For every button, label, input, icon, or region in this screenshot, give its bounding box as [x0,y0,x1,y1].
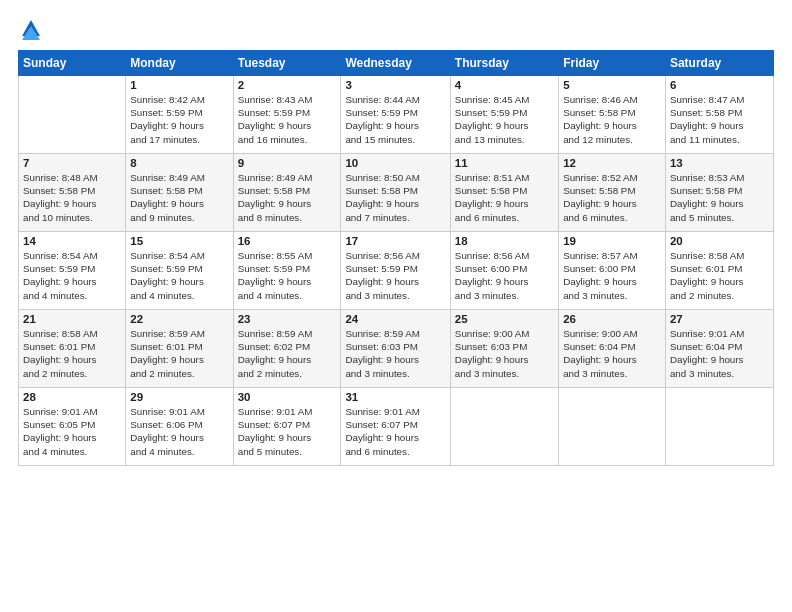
day-number: 7 [23,157,121,169]
week-row-4: 28Sunrise: 9:01 AM Sunset: 6:05 PM Dayli… [19,388,774,466]
day-number: 28 [23,391,121,403]
day-number: 12 [563,157,661,169]
day-info: Sunrise: 8:52 AM Sunset: 5:58 PM Dayligh… [563,171,661,224]
page: SundayMondayTuesdayWednesdayThursdayFrid… [0,0,792,612]
day-cell-1: 1Sunrise: 8:42 AM Sunset: 5:59 PM Daylig… [126,76,233,154]
logo-icon [20,18,42,46]
day-cell-14: 14Sunrise: 8:54 AM Sunset: 5:59 PM Dayli… [19,232,126,310]
day-number: 3 [345,79,445,91]
day-number: 29 [130,391,228,403]
day-number: 6 [670,79,769,91]
day-cell-2: 2Sunrise: 8:43 AM Sunset: 5:59 PM Daylig… [233,76,341,154]
day-number: 5 [563,79,661,91]
logo [18,18,42,42]
empty-cell [559,388,666,466]
day-number: 22 [130,313,228,325]
day-cell-18: 18Sunrise: 8:56 AM Sunset: 6:00 PM Dayli… [450,232,558,310]
day-number: 17 [345,235,445,247]
weekday-header-row: SundayMondayTuesdayWednesdayThursdayFrid… [19,51,774,76]
day-number: 1 [130,79,228,91]
day-number: 16 [238,235,337,247]
day-cell-30: 30Sunrise: 9:01 AM Sunset: 6:07 PM Dayli… [233,388,341,466]
week-row-0: 1Sunrise: 8:42 AM Sunset: 5:59 PM Daylig… [19,76,774,154]
empty-cell [19,76,126,154]
day-info: Sunrise: 8:44 AM Sunset: 5:59 PM Dayligh… [345,93,445,146]
day-info: Sunrise: 8:51 AM Sunset: 5:58 PM Dayligh… [455,171,554,224]
day-info: Sunrise: 8:58 AM Sunset: 6:01 PM Dayligh… [670,249,769,302]
day-info: Sunrise: 8:50 AM Sunset: 5:58 PM Dayligh… [345,171,445,224]
day-number: 31 [345,391,445,403]
day-number: 10 [345,157,445,169]
day-cell-27: 27Sunrise: 9:01 AM Sunset: 6:04 PM Dayli… [665,310,773,388]
day-info: Sunrise: 8:46 AM Sunset: 5:58 PM Dayligh… [563,93,661,146]
day-info: Sunrise: 8:55 AM Sunset: 5:59 PM Dayligh… [238,249,337,302]
weekday-tuesday: Tuesday [233,51,341,76]
day-cell-9: 9Sunrise: 8:49 AM Sunset: 5:58 PM Daylig… [233,154,341,232]
day-info: Sunrise: 8:59 AM Sunset: 6:03 PM Dayligh… [345,327,445,380]
day-info: Sunrise: 8:45 AM Sunset: 5:59 PM Dayligh… [455,93,554,146]
day-cell-11: 11Sunrise: 8:51 AM Sunset: 5:58 PM Dayli… [450,154,558,232]
week-row-3: 21Sunrise: 8:58 AM Sunset: 6:01 PM Dayli… [19,310,774,388]
day-info: Sunrise: 9:00 AM Sunset: 6:03 PM Dayligh… [455,327,554,380]
day-cell-31: 31Sunrise: 9:01 AM Sunset: 6:07 PM Dayli… [341,388,450,466]
day-cell-15: 15Sunrise: 8:54 AM Sunset: 5:59 PM Dayli… [126,232,233,310]
empty-cell [665,388,773,466]
day-info: Sunrise: 8:53 AM Sunset: 5:58 PM Dayligh… [670,171,769,224]
day-number: 15 [130,235,228,247]
day-info: Sunrise: 9:00 AM Sunset: 6:04 PM Dayligh… [563,327,661,380]
day-number: 13 [670,157,769,169]
day-info: Sunrise: 8:54 AM Sunset: 5:59 PM Dayligh… [23,249,121,302]
day-number: 9 [238,157,337,169]
day-number: 2 [238,79,337,91]
weekday-monday: Monday [126,51,233,76]
day-info: Sunrise: 8:57 AM Sunset: 6:00 PM Dayligh… [563,249,661,302]
day-number: 21 [23,313,121,325]
day-info: Sunrise: 8:47 AM Sunset: 5:58 PM Dayligh… [670,93,769,146]
day-cell-22: 22Sunrise: 8:59 AM Sunset: 6:01 PM Dayli… [126,310,233,388]
day-number: 4 [455,79,554,91]
day-info: Sunrise: 8:49 AM Sunset: 5:58 PM Dayligh… [130,171,228,224]
day-info: Sunrise: 8:43 AM Sunset: 5:59 PM Dayligh… [238,93,337,146]
day-number: 18 [455,235,554,247]
day-info: Sunrise: 8:56 AM Sunset: 5:59 PM Dayligh… [345,249,445,302]
weekday-wednesday: Wednesday [341,51,450,76]
day-info: Sunrise: 8:59 AM Sunset: 6:01 PM Dayligh… [130,327,228,380]
weekday-thursday: Thursday [450,51,558,76]
day-info: Sunrise: 9:01 AM Sunset: 6:05 PM Dayligh… [23,405,121,458]
day-info: Sunrise: 9:01 AM Sunset: 6:07 PM Dayligh… [345,405,445,458]
day-info: Sunrise: 8:49 AM Sunset: 5:58 PM Dayligh… [238,171,337,224]
day-cell-17: 17Sunrise: 8:56 AM Sunset: 5:59 PM Dayli… [341,232,450,310]
weekday-sunday: Sunday [19,51,126,76]
day-number: 23 [238,313,337,325]
day-number: 26 [563,313,661,325]
day-number: 30 [238,391,337,403]
day-cell-5: 5Sunrise: 8:46 AM Sunset: 5:58 PM Daylig… [559,76,666,154]
day-info: Sunrise: 9:01 AM Sunset: 6:04 PM Dayligh… [670,327,769,380]
day-cell-29: 29Sunrise: 9:01 AM Sunset: 6:06 PM Dayli… [126,388,233,466]
day-info: Sunrise: 8:48 AM Sunset: 5:58 PM Dayligh… [23,171,121,224]
day-info: Sunrise: 9:01 AM Sunset: 6:06 PM Dayligh… [130,405,228,458]
day-number: 14 [23,235,121,247]
day-info: Sunrise: 8:54 AM Sunset: 5:59 PM Dayligh… [130,249,228,302]
week-row-1: 7Sunrise: 8:48 AM Sunset: 5:58 PM Daylig… [19,154,774,232]
day-cell-24: 24Sunrise: 8:59 AM Sunset: 6:03 PM Dayli… [341,310,450,388]
day-cell-13: 13Sunrise: 8:53 AM Sunset: 5:58 PM Dayli… [665,154,773,232]
day-cell-12: 12Sunrise: 8:52 AM Sunset: 5:58 PM Dayli… [559,154,666,232]
day-cell-6: 6Sunrise: 8:47 AM Sunset: 5:58 PM Daylig… [665,76,773,154]
day-number: 11 [455,157,554,169]
day-number: 27 [670,313,769,325]
day-info: Sunrise: 8:56 AM Sunset: 6:00 PM Dayligh… [455,249,554,302]
day-cell-23: 23Sunrise: 8:59 AM Sunset: 6:02 PM Dayli… [233,310,341,388]
day-number: 8 [130,157,228,169]
day-number: 19 [563,235,661,247]
weekday-friday: Friday [559,51,666,76]
day-cell-7: 7Sunrise: 8:48 AM Sunset: 5:58 PM Daylig… [19,154,126,232]
day-number: 20 [670,235,769,247]
day-info: Sunrise: 9:01 AM Sunset: 6:07 PM Dayligh… [238,405,337,458]
day-info: Sunrise: 8:58 AM Sunset: 6:01 PM Dayligh… [23,327,121,380]
day-cell-19: 19Sunrise: 8:57 AM Sunset: 6:00 PM Dayli… [559,232,666,310]
day-info: Sunrise: 8:42 AM Sunset: 5:59 PM Dayligh… [130,93,228,146]
empty-cell [450,388,558,466]
day-number: 25 [455,313,554,325]
calendar: SundayMondayTuesdayWednesdayThursdayFrid… [18,50,774,466]
